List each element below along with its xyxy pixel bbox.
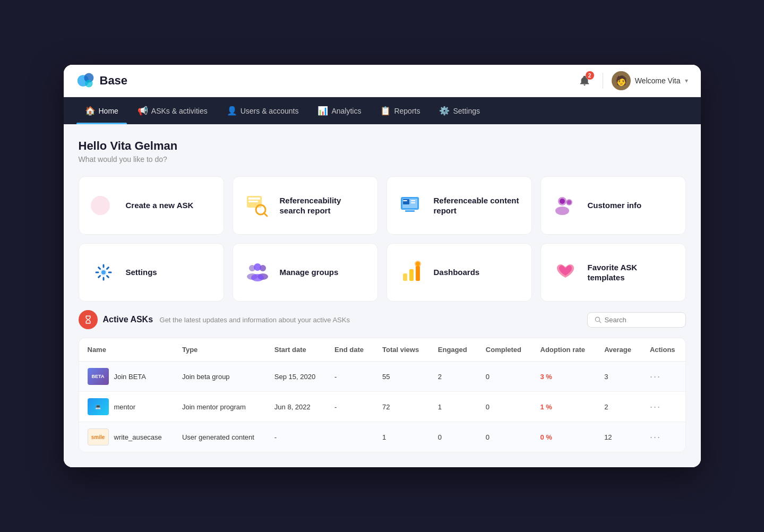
svg-rect-31: [409, 269, 414, 281]
greeting-subtitle: What would you like to do?: [79, 155, 686, 164]
table: Name Type Start date End date Total view…: [79, 338, 685, 452]
card-ref-search[interactable]: Referenceability search report: [233, 176, 378, 235]
table-row: BETA Join BETA Join beta group Sep 15, 2…: [79, 362, 685, 392]
svg-rect-16: [411, 202, 415, 203]
cell-name: smile write_ausecase: [79, 422, 174, 452]
top-right-area: 2 🧑 Welcome Vita ▾: [575, 71, 688, 90]
active-asks-icon: [79, 310, 98, 329]
cell-actions[interactable]: ···: [641, 392, 685, 422]
active-asks-title: Active ASKs: [103, 315, 153, 324]
card-fav-templates-label: Favorite ASK templates: [588, 262, 675, 283]
cell-actions[interactable]: ···: [641, 422, 685, 452]
notification-button[interactable]: 2: [575, 71, 594, 90]
nav-item-asks[interactable]: 📢 ASKs & activities: [129, 97, 216, 124]
svg-rect-14: [403, 200, 407, 201]
greeting-title: Hello Vita Gelman: [79, 139, 686, 153]
card-manage-groups[interactable]: Manage groups: [233, 243, 378, 302]
cell-start: Jun 8, 2022: [266, 392, 326, 422]
card-fav-templates[interactable]: Favorite ASK templates: [540, 243, 686, 302]
fav-templates-icon: [552, 259, 579, 286]
settings-card-icon: [90, 259, 117, 286]
card-ref-content-label: Referenceable content report: [434, 195, 521, 216]
active-asks-subtitle: Get the latest updates and information a…: [160, 316, 350, 324]
welcome-text: Welcome Vita: [635, 76, 681, 85]
search-input[interactable]: [605, 316, 679, 324]
asks-table: Name Type Start date End date Total view…: [79, 338, 686, 452]
nav-label-settings: Settings: [453, 107, 480, 115]
card-dashboards-label: Dashboards: [434, 267, 480, 278]
table-row: 💻 mentor Join mentor program Jun 8, 2022…: [79, 392, 685, 422]
svg-rect-13: [405, 210, 415, 212]
manage-groups-icon: [244, 259, 271, 286]
ref-content-icon: [398, 192, 425, 219]
nav-label-analytics: Analytics: [331, 107, 361, 115]
ask-name: mentor: [114, 403, 135, 411]
logo-area: Base: [76, 71, 128, 90]
settings-icon: ⚙️: [439, 106, 450, 116]
svg-point-2: [85, 80, 92, 87]
nav-item-users[interactable]: 👤 Users & accounts: [218, 97, 307, 124]
user-menu[interactable]: 🧑 Welcome Vita ▾: [612, 71, 688, 90]
customer-info-icon: [552, 192, 579, 219]
card-ref-content[interactable]: Referenceable content report: [387, 176, 532, 235]
actions-menu-button[interactable]: ···: [650, 401, 661, 412]
cell-views: 1: [374, 422, 430, 452]
card-create-ask-label: Create a new ASK: [126, 200, 194, 211]
svg-line-36: [599, 321, 601, 323]
cell-average: 12: [596, 422, 641, 452]
nav-bar: 🏠 Home 📢 ASKs & activities 👤 Users & acc…: [64, 97, 701, 124]
nav-item-reports[interactable]: 📋 Reports: [372, 97, 428, 124]
card-ref-search-label: Referenceability search report: [280, 195, 367, 216]
svg-line-9: [264, 213, 267, 216]
svg-rect-7: [248, 201, 258, 202]
search-box[interactable]: [587, 312, 686, 328]
actions-menu-button[interactable]: ···: [650, 432, 661, 442]
cell-engaged: 1: [430, 392, 477, 422]
nav-item-home[interactable]: 🏠 Home: [76, 97, 127, 124]
cell-engaged: 0: [430, 422, 477, 452]
nav-label-asks: ASKs & activities: [151, 107, 208, 115]
active-asks-text-group: Active ASKs Get the latest updates and i…: [103, 315, 350, 324]
nav-label-users: Users & accounts: [241, 107, 299, 115]
dashboards-icon: [398, 259, 425, 286]
col-start: Start date: [266, 338, 326, 362]
card-customer-info[interactable]: Customer info: [540, 176, 686, 235]
nav-item-settings[interactable]: ⚙️ Settings: [431, 97, 488, 124]
actions-menu-button[interactable]: ···: [650, 371, 661, 382]
cell-name: BETA Join BETA: [79, 362, 174, 392]
cell-type: Join mentor program: [174, 392, 266, 422]
card-settings[interactable]: Settings: [79, 243, 224, 302]
reports-icon: 📋: [380, 106, 391, 116]
ref-search-icon: [244, 192, 271, 219]
svg-point-19: [555, 207, 569, 215]
analytics-icon: 📊: [317, 106, 328, 116]
create-ask-icon: 📣: [90, 192, 117, 219]
card-customer-info-label: Customer info: [588, 200, 642, 211]
cell-average: 3: [596, 362, 641, 392]
card-manage-groups-label: Manage groups: [280, 267, 339, 278]
card-create-ask[interactable]: 📣 Create a new ASK: [79, 176, 224, 235]
users-icon: 👤: [227, 106, 237, 116]
asks-icon: 📢: [138, 106, 148, 116]
cell-completed: 0: [477, 422, 532, 452]
svg-rect-15: [411, 200, 415, 201]
nav-label-reports: Reports: [394, 107, 420, 115]
cell-type: User generated content: [174, 422, 266, 452]
col-engaged: Engaged: [430, 338, 477, 362]
svg-rect-6: [248, 198, 260, 200]
logo-icon: [76, 71, 96, 90]
browser-window: Base 2 🧑 Welcome Vita ▾ 🏠 Home 📢: [64, 65, 701, 467]
active-asks-left: Active ASKs Get the latest updates and i…: [79, 310, 350, 329]
cell-views: 72: [374, 392, 430, 422]
nav-item-analytics[interactable]: 📊 Analytics: [309, 97, 370, 124]
quick-actions-row-2: Settings Manage groups: [79, 243, 686, 302]
app-logo-text: Base: [100, 74, 128, 88]
card-dashboards[interactable]: Dashboards: [387, 243, 532, 302]
home-icon: 🏠: [85, 106, 96, 116]
cell-adoption: 3 %: [532, 362, 596, 392]
chevron-down-icon: ▾: [685, 77, 688, 84]
hourglass-icon: [83, 315, 93, 324]
cell-actions[interactable]: ···: [641, 362, 685, 392]
svg-point-26: [254, 263, 261, 271]
table-row: smile write_ausecase User generated cont…: [79, 422, 685, 452]
